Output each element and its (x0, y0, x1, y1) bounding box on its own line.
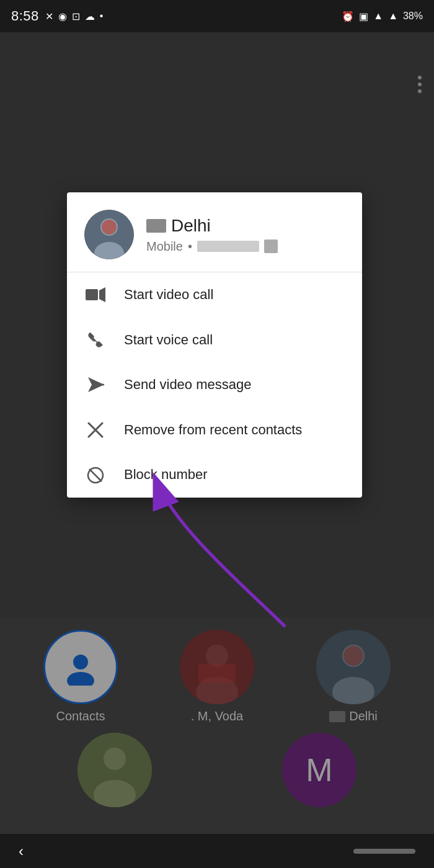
back-button[interactable]: ‹ (19, 843, 24, 860)
status-bar: 8:58 ✕ ◉ ⊡ ☁ • ⏰ ▣ ▲ ▲ 38% (0, 0, 434, 32)
contact-name-row: Delhi (146, 216, 278, 236)
contact-name-text: Delhi (171, 216, 211, 236)
contact-separator: • (188, 239, 192, 254)
close-x-icon (84, 422, 107, 438)
home-pill[interactable] (353, 849, 415, 854)
name-tag-blur (146, 219, 166, 233)
status-bar-left: 8:58 ✕ ◉ ⊡ ☁ • (11, 8, 103, 24)
instagram-icon: ⊡ (72, 11, 80, 22)
signal-icon: ▲ (388, 11, 398, 22)
cast-icon: ▣ (359, 11, 368, 22)
block-icon (84, 467, 107, 484)
phone-icon-blur (264, 239, 278, 253)
svg-line-12 (89, 469, 102, 481)
video-message-label: Send video message (124, 376, 251, 394)
svg-point-3 (102, 220, 117, 235)
video-call-label: Start video call (124, 286, 213, 304)
status-icons: ✕ ◉ ⊡ ☁ • (45, 11, 104, 22)
alarm-icon: ◉ (58, 11, 67, 22)
dialog-contact-header: Delhi Mobile • (67, 192, 362, 272)
notification-icon: ✕ (45, 11, 53, 22)
status-bar-right: ⏰ ▣ ▲ ▲ 38% (342, 11, 423, 22)
phone-icon (84, 331, 107, 349)
status-time: 8:58 (11, 8, 39, 24)
menu-item-voice-call[interactable]: Start voice call (67, 318, 362, 363)
menu-item-video-call[interactable]: Start video call (67, 272, 362, 318)
battery-text: 38% (403, 11, 423, 22)
dot-icon: • (100, 11, 104, 22)
context-menu-dialog: Delhi Mobile • Start video call Start vo (67, 192, 362, 498)
video-camera-icon (84, 287, 107, 302)
svg-rect-5 (86, 289, 98, 300)
nav-bar: ‹ (0, 834, 434, 868)
contact-type: Mobile (146, 239, 183, 254)
voice-call-label: Start voice call (124, 331, 213, 349)
block-number-label: Block number (124, 466, 208, 484)
contact-info: Delhi Mobile • (146, 216, 278, 254)
menu-item-video-message[interactable]: Send video message (67, 362, 362, 408)
wifi-icon: ▲ (373, 11, 383, 22)
send-icon (84, 376, 107, 393)
svg-marker-6 (99, 287, 105, 302)
phone-number-blur (197, 241, 259, 252)
contact-subtitle: Mobile • (146, 239, 278, 254)
contact-avatar (84, 210, 134, 259)
remove-recent-label: Remove from recent contacts (124, 421, 302, 439)
cloud-icon: ☁ (85, 11, 95, 22)
menu-item-block-number[interactable]: Block number (67, 452, 362, 498)
avatar-image (84, 210, 134, 259)
alarm-right-icon: ⏰ (342, 11, 354, 22)
menu-item-remove-recent[interactable]: Remove from recent contacts (67, 408, 362, 453)
